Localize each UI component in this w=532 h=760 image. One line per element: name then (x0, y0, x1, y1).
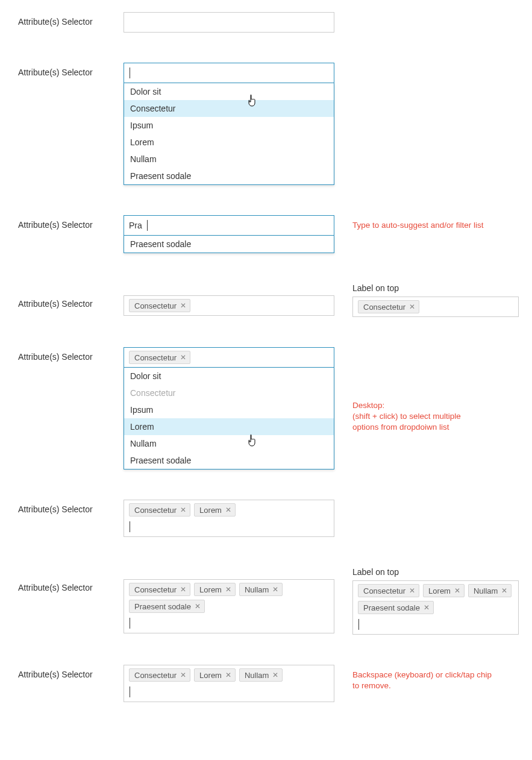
chip-label: Consectetur (363, 303, 405, 312)
field-label: Attribute(s) Selector (18, 215, 124, 230)
chip[interactable]: Consectetur ✕ (129, 351, 190, 364)
dropdown-option[interactable]: Nullam (124, 435, 334, 452)
attribute-selector-input[interactable]: Consectetur ✕ (124, 295, 334, 316)
dropdown-option[interactable]: Praesent sodale (124, 236, 334, 253)
chip-label: Nullam (245, 585, 269, 594)
chip-remove-icon[interactable]: ✕ (272, 671, 278, 679)
chip-label: Praesent sodale (363, 603, 420, 612)
dropdown-option-disabled: Consectetur (124, 385, 334, 401)
dropdown-option[interactable]: Nullam (124, 151, 334, 168)
chip[interactable]: Lorem✕ (194, 583, 236, 596)
attribute-selector-input[interactable] (124, 12, 334, 33)
chip-remove-icon[interactable]: ✕ (225, 586, 231, 593)
chip-remove-icon[interactable]: ✕ (409, 303, 415, 310)
helper-note: Desktop: (shift + click) to select multi… (352, 400, 521, 433)
helper-note: Type to auto-suggest and/or filter list (352, 215, 521, 231)
attribute-selector-input[interactable]: Consectetur ✕ Lorem ✕ (124, 500, 334, 537)
field-label: Attribute(s) Selector (18, 12, 124, 27)
attribute-selector-input[interactable] (124, 63, 334, 83)
attribute-selector-input[interactable]: Pra (124, 215, 334, 236)
chip-label: Consectetur (134, 506, 177, 515)
chip[interactable]: Nullam✕ (468, 584, 512, 597)
chip-remove-icon[interactable]: ✕ (501, 587, 507, 594)
chip-remove-icon[interactable]: ✕ (195, 603, 201, 610)
chip-remove-icon[interactable]: ✕ (272, 586, 278, 593)
chip-label: Consectetur (134, 301, 177, 310)
chip[interactable]: Consectetur ✕ (129, 299, 190, 312)
chip-label: Lorem (199, 585, 222, 594)
chip-label: Lorem (199, 506, 222, 515)
field-label: Attribute(s) Selector (18, 500, 124, 514)
note-line: Backspace (keyboard) or click/tap chip (352, 670, 521, 680)
field-label: Attribute(s) Selector (18, 567, 124, 592)
chip[interactable]: Consectetur ✕ (358, 300, 419, 313)
chip[interactable]: Nullam✕ (239, 668, 283, 682)
text-caret (130, 68, 130, 78)
text-caret (130, 521, 130, 532)
chip-remove-icon[interactable]: ✕ (180, 586, 186, 593)
attribute-selector-input[interactable]: Consectetur✕ Lorem✕ Nullam✕ (124, 665, 334, 702)
chip[interactable]: Nullam✕ (239, 583, 283, 596)
dropdown-option[interactable]: Ipsum (124, 117, 334, 134)
dropdown-list: Praesent sodale (124, 236, 334, 253)
dropdown-option[interactable]: Dolor sit (124, 83, 334, 100)
note-line: Desktop: (352, 400, 521, 411)
chip[interactable]: Lorem✕ (423, 584, 465, 597)
text-caret (130, 618, 130, 629)
chip[interactable]: Consectetur✕ (129, 583, 190, 596)
typed-text: Pra (129, 221, 142, 230)
top-label: Label on top (352, 283, 521, 293)
chip-remove-icon[interactable]: ✕ (409, 587, 415, 594)
dropdown-option[interactable]: Praesent sodale (124, 452, 334, 469)
dropdown-option[interactable]: Lorem (124, 134, 334, 151)
dropdown-list: Dolor sit Consectetur Ipsum Lorem Nullam… (124, 83, 334, 185)
chip-label: Lorem (428, 586, 451, 595)
chip[interactable]: Lorem✕ (194, 668, 236, 682)
chip-remove-icon[interactable]: ✕ (180, 302, 186, 309)
chip-label: Consectetur (134, 585, 177, 594)
chip-remove-icon[interactable]: ✕ (225, 506, 231, 513)
dropdown-option[interactable]: Dolor sit (124, 368, 334, 385)
dropdown-option[interactable]: Ipsum (124, 401, 334, 418)
chip-label: Consectetur (363, 586, 405, 595)
note-line: to remove. (352, 680, 521, 691)
attribute-selector-input[interactable]: Consectetur✕ Lorem✕ Nullam✕ Praesent sod… (352, 580, 519, 635)
chip[interactable]: Consectetur✕ (129, 668, 190, 682)
chip-remove-icon[interactable]: ✕ (180, 671, 186, 679)
chip[interactable]: Praesent sodale✕ (358, 601, 434, 614)
attribute-selector-input[interactable]: Consectetur ✕ (124, 347, 334, 368)
field-label: Attribute(s) Selector (18, 665, 124, 679)
chip-remove-icon[interactable]: ✕ (180, 506, 186, 513)
note-line: (shift + click) to select multiple (352, 411, 521, 422)
chip-label: Nullam (245, 671, 269, 680)
chip-remove-icon[interactable]: ✕ (424, 604, 430, 611)
chip[interactable]: Consectetur✕ (358, 584, 419, 597)
field-label: Attribute(s) Selector (18, 347, 124, 362)
attribute-selector-input[interactable]: Consectetur✕ Lorem✕ Nullam✕ Praesent sod… (124, 579, 334, 633)
chip[interactable]: Lorem ✕ (194, 503, 236, 517)
note-line: options from dropdoiwn list (352, 422, 521, 433)
field-label: Attribute(s) Selector (18, 283, 124, 309)
chip[interactable]: Consectetur ✕ (129, 503, 190, 517)
text-caret (130, 686, 130, 697)
chip-remove-icon[interactable]: ✕ (225, 671, 231, 679)
chip-remove-icon[interactable]: ✕ (180, 354, 186, 361)
chip-remove-icon[interactable]: ✕ (454, 587, 460, 594)
dropdown-option[interactable]: Lorem (124, 418, 334, 435)
dropdown-option[interactable]: Praesent sodale (124, 168, 334, 184)
top-label: Label on top (352, 567, 521, 577)
attribute-selector-input[interactable]: Consectetur ✕ (352, 297, 519, 317)
text-caret (358, 619, 359, 630)
chip-label: Lorem (199, 671, 222, 680)
chip-label: Nullam (474, 586, 498, 595)
field-label: Attribute(s) Selector (18, 63, 124, 77)
text-caret (147, 220, 148, 231)
chip-label: Praesent sodale (134, 602, 191, 611)
dropdown-list: Dolor sit Consectetur Ipsum Lorem Nullam… (124, 368, 334, 470)
helper-note: Backspace (keyboard) or click/tap chip t… (352, 670, 521, 691)
chip-label: Consectetur (134, 671, 177, 680)
dropdown-option[interactable]: Consectetur (124, 100, 334, 117)
chip[interactable]: Praesent sodale✕ (129, 600, 205, 613)
chip-label: Consectetur (134, 353, 177, 362)
